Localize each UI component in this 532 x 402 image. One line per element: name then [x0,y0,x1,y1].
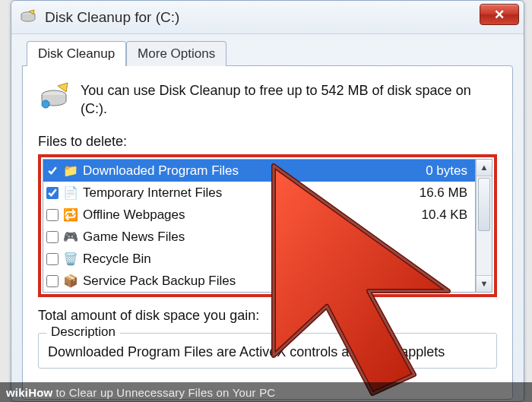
file-checkbox[interactable] [46,165,59,177]
description-legend: Description [46,324,120,340]
window-title: Disk Cleanup for (C:) [45,9,179,26]
file-checkbox[interactable] [46,231,59,243]
file-checkbox[interactable] [46,187,59,199]
file-type-icon: 📁 [63,163,78,178]
close-button[interactable]: ✕ [480,4,519,25]
list-item[interactable]: 🗑️Recycle Bin [43,248,475,270]
list-item[interactable]: 📦Service Pack Backup Files [43,270,475,292]
file-size: 10.4 KB [402,207,470,223]
file-type-icon: 📄 [63,185,78,200]
description-group: Description Downloaded Program Files are… [38,333,497,369]
list-item[interactable]: 🎮Game News Files [43,226,475,248]
file-size: 16.6 MB [402,185,470,201]
total-gain-label: Total amount of disk space you gain: [38,308,497,324]
file-type-icon: 🎮 [63,229,78,244]
file-type-icon: 🔁 [63,207,78,222]
disk-cleanup-icon [19,8,37,27]
list-item[interactable]: 📄Temporary Internet Files16.6 MB [43,182,475,204]
file-name: Temporary Internet Files [83,185,397,201]
close-icon: ✕ [494,7,505,23]
file-name: Offline Webpages [83,207,397,223]
intro-row: You can use Disk Cleanup to free up to 5… [38,81,497,119]
files-to-delete-label: Files to delete: [38,134,497,150]
disk-cleanup-large-icon [38,81,70,113]
file-checkbox[interactable] [46,275,59,287]
watermark-bar: wikiHow to Clear up Unnecessary Files on… [0,382,532,402]
scrollbar[interactable]: ▲ ▼ [476,159,492,293]
tab-panel: You can use Disk Cleanup to free up to 5… [22,65,513,400]
scroll-thumb[interactable] [478,178,490,231]
file-checkbox[interactable] [46,209,59,221]
scroll-up-button[interactable]: ▲ [477,160,492,176]
svg-point-2 [42,100,49,108]
file-type-icon: 🗑️ [63,252,78,266]
file-checkbox[interactable] [46,253,59,265]
watermark-brand: wikiHow [6,386,52,399]
titlebar: Disk Cleanup for (C:) ✕ [11,1,524,34]
description-text: Downloaded Program Files are ActiveX con… [48,344,487,360]
intro-text: You can use Disk Cleanup to free up to 5… [81,81,497,119]
tab-strip: Disk Cleanup More Options [27,40,513,65]
scroll-down-button[interactable]: ▼ [477,275,492,292]
client-area: Disk Cleanup More Options You can use Di… [11,34,524,400]
disk-cleanup-window: Disk Cleanup for (C:) ✕ Disk Cleanup Mor… [11,0,524,402]
list-item[interactable]: 🔁Offline Webpages10.4 KB [43,204,475,226]
file-name: Game News Files [83,229,397,245]
files-list-highlight: 📁Downloaded Program Files0 bytes📄Tempora… [38,154,497,297]
list-item[interactable]: 📁Downloaded Program Files0 bytes [43,160,475,182]
file-name: Downloaded Program Files [83,163,397,179]
file-size: 0 bytes [402,163,470,179]
file-type-icon: 📦 [63,274,78,288]
files-listbox[interactable]: 📁Downloaded Program Files0 bytes📄Tempora… [43,159,476,293]
tab-disk-cleanup[interactable]: Disk Cleanup [27,41,126,66]
file-name: Recycle Bin [83,252,397,267]
file-name: Service Pack Backup Files [83,274,397,289]
tab-more-options[interactable]: More Options [126,41,226,66]
watermark-text: to Clear up Unnecessary Files on Your PC [55,386,275,399]
